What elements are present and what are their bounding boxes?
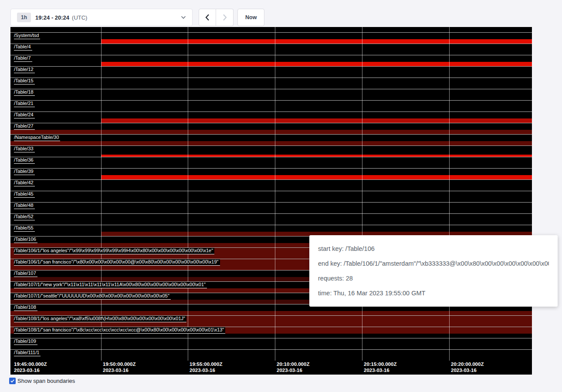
next-range-button[interactable] [216, 9, 234, 26]
heatmap-cell[interactable] [101, 186, 188, 191]
heatmap-cell[interactable] [449, 101, 532, 107]
heatmap-row[interactable]: /Table/52 [10, 213, 532, 225]
heatmap-row[interactable]: /Table/18 [10, 89, 532, 100]
heatmap-cell[interactable] [188, 39, 275, 44]
heatmap-cell[interactable] [449, 112, 532, 118]
heatmap-cell[interactable] [10, 107, 101, 112]
heatmap-cell[interactable] [101, 164, 188, 168]
heatmap-cell[interactable] [449, 345, 532, 349]
heatmap-cell[interactable] [188, 345, 275, 349]
heatmap-cell[interactable] [188, 101, 275, 107]
heatmap-cell[interactable] [275, 327, 362, 334]
heatmap-cell[interactable] [188, 78, 275, 84]
heatmap-cell[interactable] [362, 67, 449, 73]
heatmap-cell[interactable] [275, 118, 362, 123]
heatmap-cell[interactable] [449, 157, 532, 164]
heatmap-cell[interactable] [10, 243, 101, 247]
prev-range-button[interactable] [199, 9, 216, 26]
heatmap-cell[interactable] [275, 209, 362, 213]
heatmap-cell[interactable] [275, 96, 362, 100]
heatmap-cell[interactable] [101, 33, 188, 39]
time-range-selector[interactable]: 1h 19:24 - 20:24 (UTC) [10, 9, 193, 26]
heatmap-cell[interactable] [188, 356, 275, 361]
heatmap-cell[interactable] [449, 175, 532, 179]
heatmap-cell[interactable] [10, 96, 101, 100]
heatmap-cell[interactable] [362, 123, 449, 130]
heatmap-cell[interactable] [275, 33, 362, 39]
heatmap-cell[interactable] [101, 237, 188, 243]
heatmap-cell[interactable] [188, 334, 275, 338]
heatmap-row[interactable]: /Table/109 [10, 338, 532, 349]
heatmap-cell[interactable] [275, 123, 362, 130]
heatmap-cell[interactable] [362, 73, 449, 78]
heatmap-cell[interactable] [188, 232, 275, 236]
heatmap-cell[interactable] [188, 220, 275, 225]
heatmap-cell[interactable] [275, 220, 362, 225]
heatmap-cell[interactable] [10, 84, 101, 89]
heatmap-cell[interactable] [362, 180, 449, 186]
heatmap-cell[interactable] [188, 214, 275, 220]
heatmap-cell[interactable] [101, 78, 188, 84]
heatmap-cell[interactable] [188, 350, 275, 356]
heatmap-cell[interactable] [362, 169, 449, 175]
heatmap-cell[interactable] [10, 118, 101, 123]
heatmap-cell[interactable] [101, 277, 188, 281]
heatmap-row[interactable]: /Table/4 [10, 44, 532, 55]
heatmap-cell[interactable] [275, 322, 362, 327]
heatmap-cell[interactable] [101, 350, 188, 356]
heatmap-cell[interactable] [449, 180, 532, 186]
heatmap-cell[interactable] [188, 135, 275, 141]
heatmap-cell[interactable] [275, 356, 362, 361]
heatmap-cell[interactable] [449, 350, 532, 356]
heatmap-canvas[interactable]: /System/tsd/Table/4/Table/7/Table/12/Tab… [10, 27, 532, 375]
heatmap-cell[interactable] [188, 55, 275, 62]
heatmap-cell[interactable] [188, 270, 275, 277]
heatmap-cell[interactable] [449, 356, 532, 361]
heatmap-cell[interactable] [275, 311, 362, 315]
heatmap-cell[interactable] [188, 175, 275, 179]
heatmap-cell[interactable] [10, 300, 101, 304]
heatmap-cell[interactable] [449, 327, 532, 334]
heatmap-cell[interactable] [188, 304, 275, 311]
heatmap-cell[interactable] [188, 180, 275, 186]
heatmap-cell[interactable] [275, 180, 362, 186]
heatmap-cell[interactable] [188, 338, 275, 345]
heatmap-cell[interactable] [362, 44, 449, 51]
heatmap-cell[interactable] [449, 78, 532, 84]
heatmap-cell[interactable] [10, 356, 101, 361]
heatmap-cell[interactable] [10, 209, 101, 213]
heatmap-cell[interactable] [449, 220, 532, 225]
heatmap-cell[interactable] [101, 169, 188, 175]
heatmap-cell[interactable] [362, 130, 449, 134]
heatmap-cell[interactable] [188, 130, 275, 134]
heatmap-cell[interactable] [275, 130, 362, 134]
heatmap-cell[interactable] [10, 232, 101, 236]
heatmap-cell[interactable] [188, 107, 275, 112]
heatmap-cell[interactable] [449, 123, 532, 130]
heatmap-cell[interactable] [449, 146, 532, 155]
heatmap-cell[interactable] [362, 334, 449, 338]
heatmap-cell[interactable] [362, 141, 449, 145]
heatmap-cell[interactable] [101, 243, 188, 247]
heatmap-cell[interactable] [10, 220, 101, 225]
heatmap-cell[interactable] [275, 350, 362, 356]
heatmap-cell[interactable] [275, 186, 362, 191]
heatmap-cell[interactable] [449, 334, 532, 338]
heatmap-cell[interactable] [101, 334, 188, 338]
heatmap-cell[interactable] [362, 96, 449, 100]
heatmap-cell[interactable] [10, 311, 101, 315]
heatmap-cell[interactable] [275, 175, 362, 179]
heatmap-cell[interactable] [362, 191, 449, 198]
heatmap-cell[interactable] [275, 55, 362, 62]
heatmap-cell[interactable] [188, 164, 275, 168]
heatmap-cell[interactable] [449, 169, 532, 175]
heatmap-cell[interactable] [449, 89, 532, 96]
heatmap-cell[interactable] [188, 277, 275, 281]
heatmap-cell[interactable] [449, 55, 532, 62]
heatmap-cell[interactable] [10, 345, 101, 349]
heatmap-cell[interactable] [101, 62, 188, 66]
heatmap-cell[interactable] [101, 191, 188, 198]
heatmap-cell[interactable] [101, 39, 188, 44]
heatmap-cell[interactable] [362, 356, 449, 361]
heatmap-cell[interactable] [188, 311, 275, 315]
